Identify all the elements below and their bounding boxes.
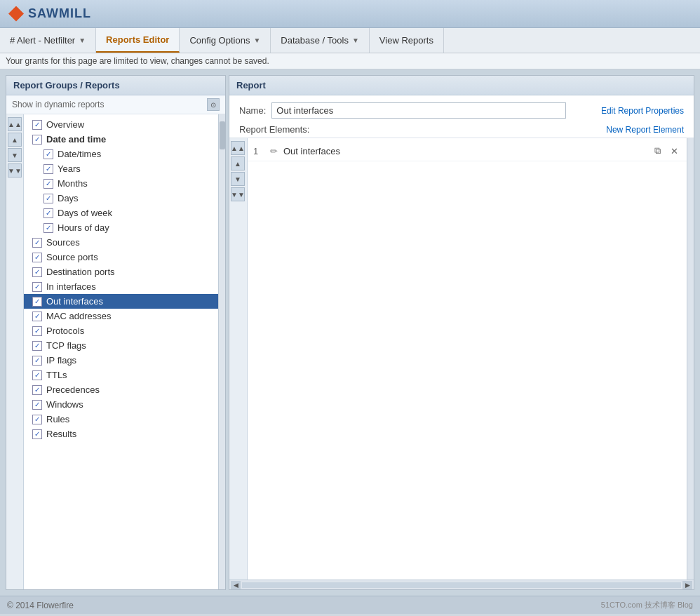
item-label-results: Results <box>46 429 76 439</box>
tree-item-date-times[interactable]: Date/times <box>24 147 218 161</box>
element-delete-button[interactable]: ✕ <box>667 144 681 158</box>
checkbox-in-interfaces[interactable] <box>32 282 42 292</box>
item-label-overview: Overview <box>46 119 84 130</box>
app-header: SAWMILL <box>0 0 700 28</box>
item-label-years: Years <box>58 163 81 174</box>
right-bottom-scrollbar: ◀ ▶ <box>229 580 694 589</box>
scroll-left-arrow[interactable]: ◀ <box>231 581 241 589</box>
scrollbar-thumb <box>220 121 225 149</box>
scroll-down-button[interactable]: ▼ <box>8 148 22 162</box>
tree-item-tcp-flags[interactable]: TCP flags <box>24 338 218 353</box>
nav-item-config-options[interactable]: Config Options▼ <box>180 28 271 53</box>
item-label-destination-ports: Destination ports <box>46 267 115 277</box>
element-actions: ⧉✕ <box>650 144 681 158</box>
tree-item-date-and-time[interactable]: Date and time <box>24 132 218 147</box>
tree-item-ttls[interactable]: TTLs <box>24 368 218 382</box>
logo: SAWMILL <box>8 6 91 22</box>
item-label-windows: Windows <box>46 399 83 410</box>
checkbox-mac-addresses[interactable] <box>32 312 42 321</box>
item-label-ip-flags: IP flags <box>46 355 76 366</box>
tree-item-overview[interactable]: Overview <box>24 117 218 132</box>
nav-item-view-reports[interactable]: View Reports <box>370 28 444 53</box>
elem-scroll-bottom[interactable]: ▼▼ <box>231 187 245 201</box>
scroll-bottom-button[interactable]: ▼▼ <box>8 163 22 178</box>
tree-item-in-interfaces[interactable]: In interfaces <box>24 279 218 294</box>
checkbox-date-and-time[interactable] <box>32 135 42 145</box>
footer: © 2014 Flowerfire 51CTO.com 技术博客 Blog <box>0 596 700 614</box>
tree-item-windows[interactable]: Windows <box>24 397 218 412</box>
scroll-up-button[interactable]: ▲ <box>8 133 22 147</box>
checkbox-days-of-week[interactable] <box>43 208 53 218</box>
edit-report-link[interactable]: Edit Report Properties <box>601 106 684 116</box>
item-label-mac-addresses: MAC addresses <box>46 311 111 321</box>
nav-item-alert[interactable]: # Alert - Netfilter▼ <box>0 28 96 53</box>
checkbox-months[interactable] <box>43 179 53 189</box>
checkbox-results[interactable] <box>32 429 42 439</box>
tree-item-days[interactable]: Days <box>24 191 218 206</box>
checkbox-years[interactable] <box>43 164 53 174</box>
nav-item-reports-editor[interactable]: Reports Editor <box>96 28 180 53</box>
element-row: 1✏Out interfaces⧉✕ <box>248 141 687 161</box>
elements-scrollbar[interactable] <box>687 138 694 580</box>
tree-item-months[interactable]: Months <box>24 176 218 191</box>
checkbox-overview[interactable] <box>32 120 42 130</box>
left-panel: Report Groups / Reports Show in dynamic … <box>6 75 226 590</box>
checkbox-source-ports[interactable] <box>32 253 42 262</box>
tree-item-destination-ports[interactable]: Destination ports <box>24 265 218 279</box>
nav-item-database-tools[interactable]: Database / Tools▼ <box>271 28 370 53</box>
checkbox-protocols[interactable] <box>32 326 42 336</box>
item-label-source-ports: Source ports <box>46 252 98 262</box>
elem-scroll-down[interactable]: ▼ <box>231 172 245 186</box>
item-label-protocols: Protocols <box>46 326 84 336</box>
checkbox-ttls[interactable] <box>32 370 42 380</box>
show-dynamic-row: Show in dynamic reports ⊙ <box>6 95 225 114</box>
checkbox-date-times[interactable] <box>43 149 53 159</box>
checkbox-sources[interactable] <box>32 238 42 248</box>
scroll-right-arrow[interactable]: ▶ <box>682 581 692 589</box>
right-panel: Report Name: Edit Report Properties Repo… <box>229 75 694 590</box>
new-report-element-link[interactable]: New Report Element <box>606 125 684 135</box>
report-name-input[interactable] <box>271 102 566 119</box>
tree-item-hours-of-day[interactable]: Hours of day <box>24 220 218 235</box>
footer-text: © 2014 Flowerfire <box>7 601 74 610</box>
tree-item-source-ports[interactable]: Source ports <box>24 250 218 265</box>
tree-item-years[interactable]: Years <box>24 161 218 176</box>
tree-item-results[interactable]: Results <box>24 427 218 441</box>
scroll-top-button[interactable]: ▲▲ <box>8 117 22 131</box>
element-num: 1 <box>253 146 264 156</box>
checkbox-hours-of-day[interactable] <box>43 223 53 233</box>
tree-item-rules[interactable]: Rules <box>24 412 218 427</box>
tree-item-mac-addresses[interactable]: MAC addresses <box>24 309 218 323</box>
warning-bar: Your grants for this page are limited to… <box>0 53 700 69</box>
item-label-date-times: Date/times <box>58 149 101 159</box>
logo-text: SAWMILL <box>28 6 91 21</box>
tree-item-sources[interactable]: Sources <box>24 235 218 250</box>
elem-scroll-up[interactable]: ▲ <box>231 156 245 170</box>
element-edit-icon[interactable]: ✏ <box>270 146 278 156</box>
checkbox-out-interfaces[interactable] <box>32 297 42 307</box>
main-content: Report Groups / Reports Show in dynamic … <box>0 69 700 596</box>
tree-list: OverviewDate and timeDate/timesYearsMont… <box>24 114 218 589</box>
checkbox-rules[interactable] <box>32 415 42 424</box>
checkbox-precedences[interactable] <box>32 385 42 395</box>
tree-item-protocols[interactable]: Protocols <box>24 323 218 338</box>
checkbox-tcp-flags[interactable] <box>32 341 42 351</box>
elem-scroll-top[interactable]: ▲▲ <box>231 141 245 155</box>
tree-item-days-of-week[interactable]: Days of week <box>24 206 218 220</box>
checkbox-destination-ports[interactable] <box>32 267 42 277</box>
left-panel-header: Report Groups / Reports <box>6 76 225 95</box>
item-label-tcp-flags: TCP flags <box>46 340 86 351</box>
checkbox-ip-flags[interactable] <box>32 356 42 366</box>
item-label-in-interfaces: In interfaces <box>46 281 96 292</box>
element-copy-button[interactable]: ⧉ <box>650 144 664 158</box>
report-elements-row: Report Elements: New Report Element <box>229 123 694 138</box>
element-name: Out interfaces <box>283 146 645 156</box>
checkbox-windows[interactable] <box>32 400 42 410</box>
report-name-row: Name: Edit Report Properties <box>229 95 694 123</box>
tree-scrollbar[interactable] <box>218 114 225 589</box>
tree-item-out-interfaces[interactable]: Out interfaces <box>24 294 218 309</box>
tree-item-precedences[interactable]: Precedences <box>24 382 218 397</box>
tree-item-ip-flags[interactable]: IP flags <box>24 353 218 368</box>
checkbox-days[interactable] <box>43 194 53 203</box>
show-dynamic-button[interactable]: ⊙ <box>207 98 220 111</box>
